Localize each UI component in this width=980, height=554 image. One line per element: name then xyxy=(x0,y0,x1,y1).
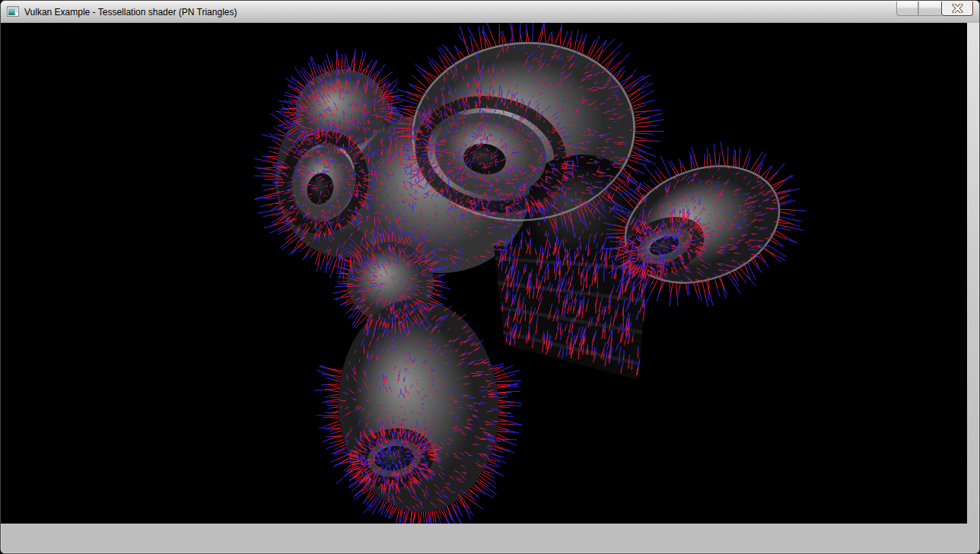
window-controls xyxy=(896,2,973,16)
close-icon xyxy=(952,4,963,13)
window-title: Vulkan Example - Tessellation shader (PN… xyxy=(24,7,237,18)
close-button[interactable] xyxy=(941,2,973,16)
titlebar[interactable]: Vulkan Example - Tessellation shader (PN… xyxy=(1,1,979,23)
vulkan-render-canvas[interactable] xyxy=(1,1,967,524)
minimize-button[interactable] xyxy=(896,2,918,16)
maximize-button[interactable] xyxy=(918,2,941,16)
app-icon[interactable] xyxy=(7,5,19,18)
app-window: Vulkan Example - Tessellation shader (PN… xyxy=(0,0,980,554)
render-viewport[interactable] xyxy=(1,1,979,527)
